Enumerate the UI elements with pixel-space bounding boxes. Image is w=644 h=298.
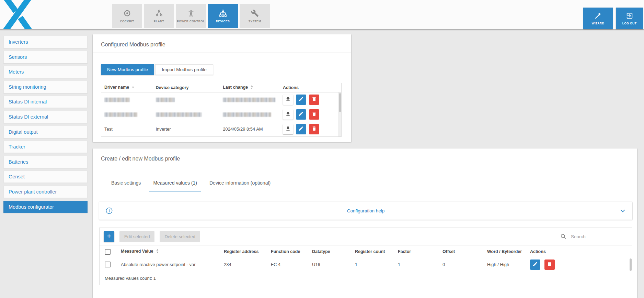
download-profile-button[interactable]	[283, 95, 293, 105]
sort-both-icon	[250, 85, 254, 90]
profile-row	[101, 107, 341, 122]
trash-icon	[311, 96, 317, 103]
nodes-icon	[155, 9, 163, 17]
main-nav: COCKPITPLANTPOWER CONTROLDEVICESSYSTEM	[112, 4, 270, 28]
button-label: LOG OUT	[622, 22, 637, 25]
tab-basic-settings[interactable]: Basic settings	[107, 176, 145, 191]
sidebar: InvertersSensorsMetersString monitoringS…	[3, 36, 88, 216]
import-modbus-profile-button[interactable]: Import Modbus profile	[155, 64, 213, 75]
trash-icon	[311, 126, 317, 132]
download-icon	[285, 111, 291, 118]
cell-device-category: Inverter	[153, 122, 220, 136]
measured-values-box: + Edit selected Delete selected Measured…	[99, 228, 632, 285]
cell-offset: 0	[439, 258, 484, 271]
table-scrollbar-thumb[interactable]	[630, 258, 632, 271]
measured-value-row: Absolute reactive power setpoint - var 2…	[100, 258, 632, 271]
sidebar-item-digital-output[interactable]: Digital output	[3, 126, 88, 138]
add-measured-value-button[interactable]: +	[104, 231, 114, 242]
cell-datatype: U16	[309, 258, 352, 271]
tab-cockpit[interactable]: COCKPIT	[112, 4, 142, 28]
tab-system[interactable]: SYSTEM	[240, 4, 270, 28]
pencil-icon	[298, 126, 304, 132]
tab-label: SYSTEM	[248, 20, 261, 23]
edit-profile-button[interactable]	[296, 109, 306, 120]
tab-label: PLANT	[154, 20, 164, 23]
scrollbar-thumb[interactable]	[339, 93, 341, 112]
cell-byteorder: High / High	[484, 258, 527, 271]
delete-profile-button[interactable]	[309, 124, 319, 134]
edit-row-button[interactable]	[530, 260, 540, 270]
table-header-row: Measured Value Register address Function…	[100, 245, 632, 258]
sidebar-item-batteries[interactable]: Batteries	[3, 156, 88, 168]
tab-devices[interactable]: DEVICES	[208, 4, 238, 28]
trash-icon	[547, 261, 552, 268]
redacted-text	[156, 112, 202, 117]
table-header-row: Driver name Device category Last change …	[101, 83, 341, 92]
delete-profile-button[interactable]	[309, 109, 319, 120]
cell-measured-value: Absolute reactive power setpoint - var	[117, 258, 220, 271]
redacted-text	[156, 98, 175, 102]
column-register-address: Register address	[220, 245, 267, 258]
column-actions: Actions	[527, 245, 632, 258]
new-modbus-profile-button[interactable]: New Modbus profile	[101, 64, 154, 75]
tab-measured-values-1[interactable]: Measured values (1)	[149, 176, 201, 191]
column-measured-value[interactable]: Measured Value	[117, 245, 220, 258]
delete-profile-button[interactable]	[309, 95, 319, 105]
target-icon	[123, 9, 131, 17]
column-register-count: Register count	[352, 245, 394, 258]
sidebar-item-inverters[interactable]: Inverters	[3, 36, 88, 48]
cell-register-count: 1	[352, 258, 394, 271]
delete-row-button[interactable]	[544, 260, 555, 270]
configured-modbus-panel: Configured Modbus profile New Modbus pro…	[93, 34, 351, 142]
panel-title: Create / edit new Modbus profile	[93, 148, 637, 167]
select-all-checkbox[interactable]	[105, 249, 111, 255]
configuration-help-link[interactable]: Configuration help	[99, 208, 632, 213]
sidebar-item-status-di-internal[interactable]: Status DI internal	[3, 96, 88, 108]
cell-last-change: 2024/05/29 8:54 AM	[220, 122, 280, 136]
sidebar-item-genset[interactable]: Genset	[3, 170, 88, 183]
download-profile-button[interactable]	[283, 109, 293, 120]
edit-profile-button[interactable]	[296, 95, 306, 105]
table-scrollbar[interactable]	[338, 92, 341, 136]
sidebar-item-status-di-external[interactable]: Status DI external	[3, 111, 88, 123]
delete-selected-button[interactable]: Delete selected	[160, 231, 200, 242]
sidebar-item-tracker[interactable]: Tracker	[3, 141, 88, 153]
download-icon	[285, 126, 291, 132]
edit-selected-button[interactable]: Edit selected	[119, 231, 154, 242]
column-last-change[interactable]: Last change	[220, 83, 280, 92]
sort-both-icon	[156, 249, 159, 254]
profile-tabs: Basic settingsMeasured values (1)Device …	[107, 176, 637, 191]
column-actions: Actions	[280, 83, 341, 92]
column-driver-name[interactable]: Driver name	[101, 83, 153, 92]
measured-values-count: Measured values count: 1	[100, 271, 632, 285]
column-device-category[interactable]: Device category	[153, 83, 220, 92]
sidebar-item-power-plant-controller[interactable]: Power plant controller	[3, 186, 88, 198]
divider	[93, 53, 351, 53]
download-profile-button[interactable]	[283, 124, 293, 134]
tab-device-information-optional[interactable]: Device information (optional)	[205, 176, 275, 191]
button-label: WIZARD	[592, 22, 604, 25]
trash-icon	[311, 111, 317, 118]
divider	[93, 167, 637, 167]
tab-power-control[interactable]: POWER CONTROL	[176, 4, 206, 28]
pencil-icon	[298, 111, 304, 118]
sidebar-item-modbus-configurator[interactable]: Modbus configurator	[3, 201, 88, 213]
sidebar-item-meters[interactable]: Meters	[3, 66, 88, 78]
search-input[interactable]	[570, 234, 618, 240]
sidebar-item-string-monitoring[interactable]: String monitoring	[3, 81, 88, 93]
wizard-button[interactable]: WIZARD	[583, 8, 613, 29]
search-box	[560, 233, 618, 240]
sort-desc-icon	[131, 85, 135, 90]
magic-wand-icon	[594, 12, 602, 20]
edit-profile-button[interactable]	[296, 124, 306, 134]
cell-driver-name: Test	[101, 122, 153, 136]
configuration-help-bar: Configuration help	[99, 202, 632, 220]
tab-plant[interactable]: PLANT	[144, 4, 174, 28]
profile-row: TestInverter2024/05/29 8:54 AM	[101, 122, 341, 136]
profiles-table: Driver name Device category Last change …	[101, 83, 342, 137]
logout-button[interactable]: LOG OUT	[616, 8, 643, 29]
hierarchy-icon	[219, 9, 227, 17]
row-checkbox[interactable]	[105, 262, 111, 267]
sidebar-item-sensors[interactable]: Sensors	[3, 51, 88, 63]
logout-icon	[626, 12, 633, 20]
